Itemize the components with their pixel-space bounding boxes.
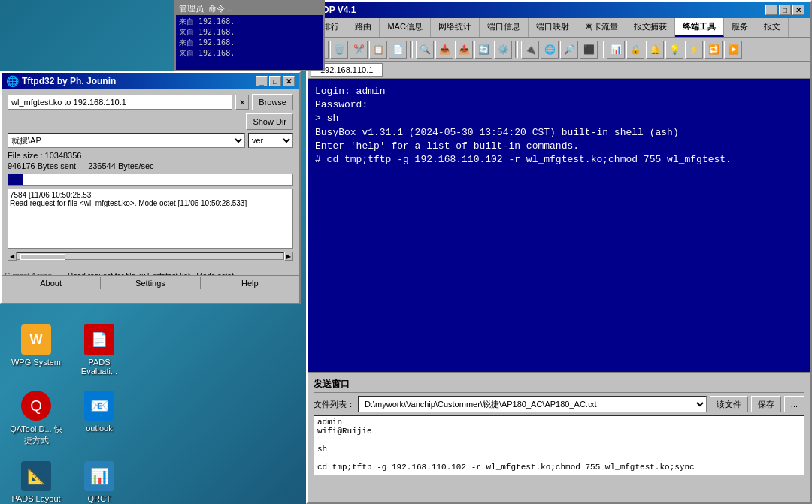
desktop-icon-pads-layout[interactable]: 📐 PADS Layout bbox=[6, 458, 66, 504]
tftp-log: 7584 [11/06 10:50:28.53Read request for … bbox=[8, 189, 293, 249]
toolbar-sep-2 bbox=[515, 41, 518, 58]
cmd-line: 来自 192.168. bbox=[179, 38, 320, 48]
ipop-send-area: 发送窗口 文件列表： D:\mywork\Vanchip\Custommer\锐… bbox=[308, 372, 810, 481]
ipop-tab-报文[interactable]: 报文 bbox=[756, 18, 789, 37]
tftp-titlebar: 🌐 Tftpd32 by Ph. Jounin _ □ ✕ bbox=[2, 73, 299, 89]
toolbar-btn-network[interactable]: 🌐 bbox=[541, 41, 559, 59]
toolbar-btn-copy[interactable]: 📋 bbox=[369, 41, 387, 59]
toolbar-btn-scan[interactable]: 🔎 bbox=[560, 41, 578, 59]
tftp-help-btn[interactable]: Help bbox=[201, 277, 299, 289]
send-read-file-btn[interactable]: 读文件 bbox=[710, 396, 748, 412]
cmd-line: 来自 192.168. bbox=[179, 27, 320, 38]
ipop-terminal[interactable]: Login: adminPassword:> shBusyBox v1.31.1… bbox=[308, 79, 810, 372]
cmd-titlebar: 管理员: 命令... bbox=[176, 2, 323, 15]
toolbar-btn-loop[interactable]: 🔁 bbox=[704, 41, 723, 59]
tftp-progress-bar bbox=[8, 174, 293, 186]
ipop-tab-服务[interactable]: 服务 bbox=[724, 18, 756, 37]
terminal-line: Login: admin bbox=[315, 85, 803, 98]
desktop-icon-pads[interactable]: 📄 PADS Evaluati... bbox=[69, 321, 129, 379]
ipop-minimize-btn[interactable]: _ bbox=[765, 5, 777, 15]
ipop-tab-MAC信息[interactable]: MAC信息 bbox=[380, 18, 430, 37]
desktop-icon-qatool[interactable]: Q QATool D... 快捷方式 bbox=[6, 388, 66, 449]
tftp-log-line: 7584 [11/06 10:50:28.53 bbox=[10, 191, 291, 199]
toolbar-btn-power[interactable]: ⚡ bbox=[685, 41, 703, 59]
tftp-restore-btn[interactable]: □ bbox=[269, 76, 281, 86]
tftp-filename-display[interactable]: wl_mfgtest.ko to 192.168.110.1 bbox=[8, 95, 232, 110]
toolbar-btn-cut[interactable]: ✂️ bbox=[350, 41, 368, 59]
toolbar-btn-find[interactable]: 🔍 bbox=[416, 41, 434, 59]
ipop-restore-btn[interactable]: □ bbox=[779, 5, 791, 15]
ipop-tab-端口映射[interactable]: 端口映射 bbox=[529, 18, 577, 37]
ipop-close-btn[interactable]: ✕ bbox=[792, 5, 804, 15]
ipop-tab-报文捕获[interactable]: 报文捕获 bbox=[626, 18, 675, 37]
tftp-browse-btn[interactable]: Browse bbox=[252, 94, 293, 110]
ipop-titlebar: IPOP V4.1 _ □ ✕ bbox=[308, 2, 810, 18]
toolbar-btn-paste[interactable]: 📄 bbox=[389, 41, 407, 59]
send-save-btn[interactable]: 保存 bbox=[751, 396, 781, 412]
cmd-line: 来自 192.168. bbox=[179, 48, 320, 59]
terminal-line: # cd tmp;tftp -g 192.168.110.102 -r wl_m… bbox=[315, 153, 803, 167]
pads-layout-label: PADS Layout bbox=[11, 494, 60, 503]
tftp-close-btn[interactable]: ✕ bbox=[283, 76, 295, 86]
tftp-footer: About Settings Help bbox=[2, 275, 299, 291]
ipop-tab-网卡流量[interactable]: 网卡流量 bbox=[577, 18, 626, 37]
tftp-settings-btn[interactable]: Settings bbox=[101, 277, 199, 289]
pads-icon: 📄 bbox=[84, 324, 114, 355]
ipop-tab-端口信息[interactable]: 端口信息 bbox=[480, 18, 529, 37]
toolbar-btn-settings[interactable]: ⚙️ bbox=[494, 41, 512, 59]
qrct-label: QRCT bbox=[87, 494, 111, 503]
desktop-icon-wpg[interactable]: W WPG System bbox=[6, 321, 66, 379]
tftp-showdir-btn[interactable]: Show Dir bbox=[246, 113, 293, 130]
tftp-log-line: Read request for file <wl_mfgtest.ko>. M… bbox=[10, 199, 291, 207]
tftp-ap-select[interactable]: 就搜\AP bbox=[8, 133, 245, 148]
toolbar-btn-alert[interactable]: 🔔 bbox=[646, 41, 664, 59]
toolbar-btn-delete[interactable]: 🗑️ bbox=[330, 41, 348, 59]
tftp-filename-clear[interactable]: ✕ bbox=[235, 95, 249, 110]
tftp-window-controls: _ □ ✕ bbox=[256, 76, 295, 86]
tftp-transfer-info: 946176 Bytes sent 236544 Bytes/sec bbox=[8, 161, 293, 171]
toolbar-btn-export[interactable]: 📤 bbox=[455, 41, 473, 59]
tftp-server-select[interactable]: ver bbox=[248, 133, 293, 148]
toolbar-btn-play[interactable]: ▶️ bbox=[724, 41, 742, 59]
toolbar-btn-terminal[interactable]: ⬛ bbox=[580, 41, 598, 59]
toolbar-btn-refresh[interactable]: 🔄 bbox=[474, 41, 492, 59]
ipop-toolbar: 📂 🗑️ ✂️ 📋 📄 🔍 📥 📤 🔄 ⚙️ 🔌 🌐 🔎 ⬛ 📊 🔒 🔔 💡 ⚡… bbox=[308, 38, 810, 62]
tftp-dropdown-row: 就搜\AP ver bbox=[8, 133, 293, 148]
tftp-filesize-label: File size : 10348356 bbox=[8, 151, 81, 160]
tftp-fileinfo: File size : 10348356 bbox=[8, 151, 293, 160]
cmd-content: 来自 192.168.来自 192.168.来自 192.168.来自 192.… bbox=[176, 15, 323, 70]
send-file-select[interactable]: D:\mywork\Vanchip\Custommer\锐捷\AP180_AC\… bbox=[358, 396, 707, 412]
pads-layout-icon: 📐 bbox=[21, 461, 51, 491]
tftp-about-btn[interactable]: About bbox=[2, 277, 100, 289]
send-extra-btn[interactable]: ... bbox=[784, 396, 804, 412]
send-file-label: 文件列表： bbox=[314, 399, 355, 410]
toolbar-sep-1 bbox=[410, 41, 413, 58]
ipop-session-tabbar: 192.168.110.1 bbox=[308, 62, 810, 79]
desktop-icon-outlook[interactable]: 📧 outlook bbox=[69, 388, 129, 449]
qatool-label: QATool D... 快捷方式 bbox=[9, 424, 63, 446]
tftp-scroll-thumb[interactable] bbox=[20, 254, 65, 260]
tftp-hscrollbar[interactable]: ◀ ▶ bbox=[8, 252, 293, 261]
tftp-scroll-right[interactable]: ▶ bbox=[284, 252, 293, 261]
toolbar-btn-info[interactable]: 💡 bbox=[665, 41, 683, 59]
ipop-tab-终端工具[interactable]: 终端工具 bbox=[675, 18, 724, 37]
toolbar-btn-lock[interactable]: 🔒 bbox=[626, 41, 644, 59]
ipop-tab-路由[interactable]: 路由 bbox=[347, 18, 380, 37]
tftp-filename-row: wl_mfgtest.ko to 192.168.110.1 ✕ Browse bbox=[8, 94, 293, 110]
terminal-line: > sh bbox=[315, 112, 803, 125]
desktop: 来自 192.168.来自 192.168.来自 192.168.来自 192.… bbox=[0, 0, 812, 504]
desktop-icon-qrct[interactable]: 📊 QRCT bbox=[69, 458, 129, 504]
outlook-label: outlook bbox=[86, 424, 112, 433]
ipop-tab-网络统计[interactable]: 网络统计 bbox=[431, 18, 480, 37]
tftp-scroll-left[interactable]: ◀ bbox=[8, 252, 17, 261]
tftp-minimize-btn[interactable]: _ bbox=[256, 76, 268, 86]
toolbar-btn-connect[interactable]: 🔌 bbox=[521, 41, 539, 59]
cmd-title: 管理员: 命令... bbox=[179, 3, 232, 14]
ipop-window: IPOP V4.1 _ □ ✕ IP排行路由MAC信息网络统计端口信息端口映射网… bbox=[306, 0, 812, 504]
tftp-scroll-track bbox=[17, 252, 284, 260]
send-textarea[interactable] bbox=[314, 415, 804, 475]
tftp-showdir-row: Show Dir bbox=[8, 113, 293, 130]
tftp-title: Tftpd32 by Ph. Jounin bbox=[22, 76, 116, 86]
toolbar-btn-chart[interactable]: 📊 bbox=[607, 41, 625, 59]
toolbar-btn-import[interactable]: 📥 bbox=[435, 41, 453, 59]
